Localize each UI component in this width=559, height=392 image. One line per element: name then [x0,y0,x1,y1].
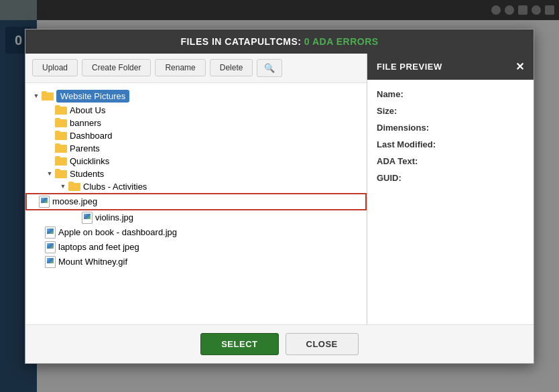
folder-icon [55,169,67,178]
folder-label-students: Students [70,169,104,179]
image-file-icon [45,226,56,239]
folder-icon [42,91,54,101]
tree-item-banners[interactable]: banners [25,117,367,129]
preview-row-dimensions: Dimensions: [377,123,524,133]
spacer-icon [29,198,38,205]
folder-label-banners: banners [70,118,101,128]
tree-item-clubs-activities[interactable]: ▼ Clubs - Activities [25,180,367,193]
folder-icon [55,156,67,166]
spacer-icon [46,145,54,151]
modal-header: FILES IN CATAPULTCMS: 0 ADA ERRORS [25,29,534,54]
folder-label-parents: Parents [70,143,100,153]
folder-icon [55,143,67,153]
folder-label-about-us: About Us [70,105,105,115]
preview-label-last-modified: Last Modified: [377,139,436,149]
tree-item-parents[interactable]: Parents [25,142,367,155]
file-tree: ▼ Website Pictures About Us [25,83,367,324]
tree-item-students[interactable]: ▼ Students [25,168,367,180]
ada-errors-badge: 0 ADA ERRORS [304,36,379,47]
file-preview-panel: FILE PREVIEW ✕ Name: Size: Dimensions: L… [367,54,534,324]
preview-content: Name: Size: Dimensions: Last Modified: A… [367,80,534,324]
rename-button[interactable]: Rename [155,59,205,76]
modal-title-prefix: FILES IN CATAPULTCMS: [180,36,301,47]
spacer-icon [72,214,80,221]
spacer-icon [46,157,54,164]
tree-item-laptops-and-feet[interactable]: laptops and feet jpeg [25,240,367,255]
image-file-icon [82,212,92,224]
file-manager-modal: FILES IN CATAPULTCMS: 0 ADA ERRORS Uploa… [25,29,534,364]
preview-header: FILE PREVIEW ✕ [367,54,534,80]
tree-item-moose-jpeg[interactable]: moose.jpeg [25,193,367,210]
file-toolbar: Upload Create Folder Rename Delete 🔍 [25,54,367,83]
tree-item-website-pictures[interactable]: ▼ Website Pictures [25,88,367,104]
preview-label-size: Size: [377,106,397,116]
spacer-icon [46,119,54,126]
preview-label-ada-text: ADA Text: [377,156,418,166]
folder-label-clubs-activities: Clubs - Activities [83,182,147,192]
arrow-down-icon: ▼ [46,170,54,177]
preview-row-ada-text: ADA Text: [377,156,524,166]
arrow-down-icon: ▼ [32,92,40,99]
file-browser: Upload Create Folder Rename Delete 🔍 ▼ W… [25,54,367,324]
spacer-icon [46,107,54,113]
create-folder-button[interactable]: Create Folder [82,59,151,76]
image-file-icon [45,241,56,253]
image-file-icon [45,256,56,268]
spacer-icon [36,229,44,236]
folder-label-website-pictures: Website Pictures [56,90,129,103]
tree-item-quicklinks[interactable]: Quicklinks [25,155,367,168]
modal-overlay: FILES IN CATAPULTCMS: 0 ADA ERRORS Uploa… [0,0,559,392]
modal-footer: SELECT CLOSE [25,324,534,363]
preview-title: FILE PREVIEW [377,62,442,72]
spacer-icon [36,244,44,251]
preview-row-size: Size: [377,106,524,116]
tree-item-dashboard[interactable]: Dashboard [25,129,367,142]
upload-button[interactable]: Upload [32,59,78,76]
preview-label-dimensions: Dimensions: [377,123,429,133]
delete-button[interactable]: Delete [210,59,253,76]
folder-icon [55,131,67,140]
search-button[interactable]: 🔍 [257,59,282,77]
file-label-moose-jpeg: moose.jpeg [52,196,97,206]
select-button[interactable]: SELECT [200,333,278,355]
file-label-mount-whitney: Mount Whitney.gif [58,257,127,267]
folder-icon [55,118,67,127]
modal-body: Upload Create Folder Rename Delete 🔍 ▼ W… [25,54,534,324]
preview-row-name: Name: [377,89,524,99]
close-button[interactable]: CLOSE [286,333,359,355]
image-file-icon [39,196,50,208]
preview-label-name: Name: [377,89,403,99]
tree-item-mount-whitney[interactable]: Mount Whitney.gif [25,255,367,269]
preview-row-guid: GUID: [377,173,524,183]
tree-item-about-us[interactable]: About Us [25,104,367,117]
folder-icon [55,105,67,115]
tree-item-violins-jpg[interactable]: violins.jpg [25,210,367,225]
arrow-down-icon: ▼ [59,183,67,190]
preview-row-last-modified: Last Modified: [377,139,524,149]
preview-label-guid: GUID: [377,173,401,183]
spacer-icon [36,259,44,265]
preview-close-button[interactable]: ✕ [515,60,525,73]
file-label-laptops-and-feet: laptops and feet jpeg [58,242,139,252]
tree-item-apple-on-book[interactable]: Apple on book - dashboard.jpg [25,225,367,240]
spacer-icon [46,132,54,139]
folder-label-quicklinks: Quicklinks [70,156,109,166]
folder-label-dashboard: Dashboard [70,131,113,141]
folder-icon [68,182,80,191]
file-label-apple-on-book: Apple on book - dashboard.jpg [58,227,177,237]
file-label-violins-jpg: violins.jpg [95,212,133,222]
